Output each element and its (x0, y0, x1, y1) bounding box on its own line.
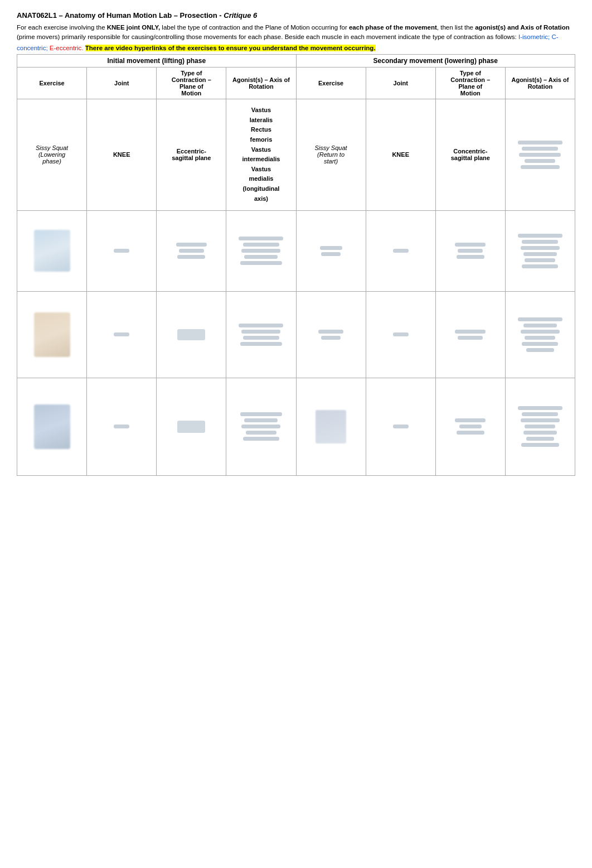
exercise-cell-1: Sissy Squat(Loweringphase) (17, 99, 87, 210)
type-cell-3 (157, 291, 226, 378)
exercise-cell-1b: Sissy Squat(Return tostart) (296, 99, 366, 210)
table-row (17, 378, 575, 475)
table-row (17, 210, 575, 291)
exercise-cell-2 (17, 210, 87, 291)
agonists-cell-4b (505, 378, 575, 475)
col-header-joint: Joint (87, 67, 157, 99)
agonists-cell-2b (505, 210, 575, 291)
exercise-cell-3 (17, 291, 87, 378)
col-header-type: Type ofContraction –Plane ofMotion (157, 67, 226, 99)
exercise-cell-4b (296, 378, 366, 475)
type-cell-4 (157, 378, 226, 475)
col-header-type2: Type ofContraction –Plane ofMotion (435, 67, 505, 99)
secondary-phase-header: Secondary movement (lowering) phase (296, 54, 575, 67)
joint-cell-4 (87, 378, 157, 475)
page-description-2: concentric; E-eccentric. There are video… (17, 44, 575, 53)
page-title: ANAT062L1 – Anatomy of Human Motion Lab … (17, 11, 575, 20)
type-cell-2 (157, 210, 226, 291)
agonists-cell-3b (505, 291, 575, 378)
type-cell-1: Eccentric-sagittal plane (157, 99, 226, 210)
col-header-exercise2: Exercise (296, 67, 366, 99)
agonists-cell-2 (226, 210, 296, 291)
exercise-cell-2b (296, 210, 366, 291)
col-header-exercise: Exercise (17, 67, 87, 99)
col-header-agonists2: Agonist(s) – Axis of Rotation (505, 67, 575, 99)
type-cell-1b: Concentric-sagittal plane (435, 99, 505, 210)
joint-cell-1b: KNEE (366, 99, 435, 210)
main-table: Initial movement (lifting) phase Seconda… (17, 54, 575, 476)
agonists-cell-1: VastuslateralisRectusfemorisVastusinterm… (226, 99, 296, 210)
table-row (17, 291, 575, 378)
type-cell-3b (435, 291, 505, 378)
joint-cell-3b (366, 291, 435, 378)
agonists-cell-4 (226, 378, 296, 475)
joint-cell-4b (366, 378, 435, 475)
table-row: Sissy Squat(Loweringphase) KNEE Eccentri… (17, 99, 575, 210)
agonists-cell-3 (226, 291, 296, 378)
col-header-agonists: Agonist(s) – Axis of Rotation (226, 67, 296, 99)
agonists-cell-1b (505, 99, 575, 210)
joint-cell-3 (87, 291, 157, 378)
col-header-joint2: Joint (366, 67, 435, 99)
type-cell-4b (435, 378, 505, 475)
joint-cell-2b (366, 210, 435, 291)
page-description: For each exercise involving the KNEE joi… (17, 23, 575, 42)
exercise-cell-4 (17, 378, 87, 475)
type-cell-2b (435, 210, 505, 291)
exercise-cell-3b (296, 291, 366, 378)
initial-phase-header: Initial movement (lifting) phase (17, 54, 297, 67)
joint-cell-1: KNEE (87, 99, 157, 210)
page-header: ANAT062L1 – Anatomy of Human Motion Lab … (17, 11, 575, 53)
joint-cell-2 (87, 210, 157, 291)
